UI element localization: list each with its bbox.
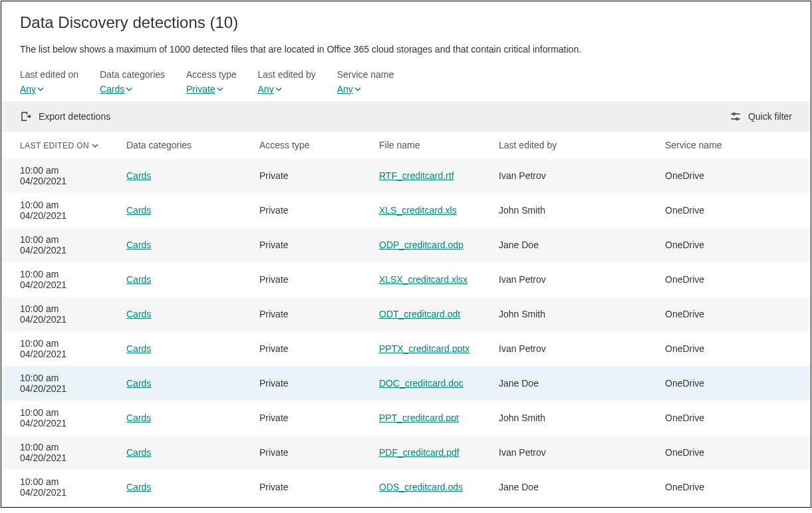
cell-editor: Ivan Petrov [493, 158, 660, 193]
quick-filter-button[interactable]: Quick filter [730, 110, 792, 122]
cell-last-edited: 10:00 am04/20/2021 [1, 435, 121, 470]
col-header-access[interactable]: Access type [254, 132, 374, 158]
filter-1: Data categoriesCards [100, 69, 165, 94]
chevron-down-icon [37, 86, 44, 92]
cell-file: PPT_creditcard.ppt [374, 401, 493, 435]
cell-file: ODP_creditcard.odp [374, 228, 493, 262]
category-link[interactable]: Cards [126, 378, 151, 389]
file-link[interactable]: XLSX_creditcard.xlsx [379, 274, 468, 285]
filter-value-text: Any [258, 84, 274, 94]
category-link[interactable]: Cards [126, 447, 151, 458]
cell-time: 10:00 am [20, 303, 116, 314]
table-row[interactable]: 10:00 am04/20/2021CardsPrivateDOC_credit… [1, 366, 811, 401]
file-link[interactable]: XLS_creditcard.xls [379, 205, 457, 216]
cell-service: OneDrive [660, 401, 811, 435]
cell-date: 04/20/2021 [20, 418, 116, 428]
cell-date: 04/20/2021 [20, 245, 116, 256]
col-header-file[interactable]: File name [374, 132, 493, 158]
chevron-down-icon [92, 142, 98, 149]
cell-editor: Jane Doe [493, 228, 660, 262]
table-row[interactable]: 10:00 am04/20/2021CardsPrivateXLS_credit… [1, 193, 811, 228]
cell-file: XLSX_creditcard.xlsx [374, 262, 493, 297]
category-link[interactable]: Cards [126, 170, 151, 181]
category-link[interactable]: Cards [126, 482, 151, 492]
cell-editor: Ivan Petrov [493, 331, 660, 366]
cell-time: 10:00 am [20, 269, 116, 279]
category-link[interactable]: Cards [126, 343, 151, 354]
cell-file: PPTX_creditcard.pptx [374, 331, 493, 366]
cell-access: Private [254, 366, 374, 401]
filter-label: Service name [337, 69, 394, 80]
cell-service: OneDrive [660, 366, 811, 401]
cell-service: OneDrive [660, 193, 811, 228]
category-link[interactable]: Cards [126, 309, 151, 319]
col-header-editor[interactable]: Last edited by [493, 132, 660, 158]
cell-time: 10:00 am [20, 165, 116, 176]
table-row[interactable]: 10:00 am04/20/2021CardsPrivatePDF_credit… [1, 435, 811, 470]
cell-last-edited: 10:00 am04/20/2021 [1, 297, 121, 331]
cell-category: Cards [121, 401, 254, 435]
cell-editor: Jane Doe [493, 470, 660, 504]
sliders-icon [730, 110, 742, 122]
cell-category: Cards [121, 470, 254, 504]
table-row[interactable]: 10:00 am04/20/2021CardsPrivateXLSX_credi… [1, 262, 811, 297]
table-row[interactable]: 10:00 am04/20/2021CardsPrivateRTF_credit… [1, 158, 811, 193]
filter-dropdown[interactable]: Any [337, 84, 394, 94]
table-row[interactable]: 10:00 am04/20/2021CardsPrivateODS_credit… [1, 470, 811, 504]
file-link[interactable]: RTF_creditcard.rtf [379, 170, 454, 181]
export-detections-button[interactable]: Export detections [20, 110, 110, 122]
file-link[interactable]: ODP_creditcard.odp [379, 240, 464, 250]
filter-dropdown[interactable]: Private [186, 84, 236, 94]
category-link[interactable]: Cards [126, 240, 151, 250]
filter-label: Last edited by [258, 69, 316, 80]
cell-last-edited: 10:00 am04/20/2021 [1, 331, 121, 366]
cell-access: Private [254, 262, 374, 297]
table-row[interactable]: 10:00 am04/20/2021CardsPrivateODT_credit… [1, 297, 811, 331]
chevron-down-icon [275, 86, 282, 92]
cell-last-edited: 10:00 am04/20/2021 [1, 366, 121, 401]
filter-dropdown[interactable]: Any [258, 84, 316, 94]
file-link[interactable]: ODT_creditcard.odt [379, 309, 460, 319]
category-link[interactable]: Cards [126, 205, 151, 216]
col-header-last-edited[interactable]: LAST EDITED ON [1, 132, 121, 158]
filter-2: Access typePrivate [186, 69, 236, 94]
cell-category: Cards [121, 297, 254, 331]
cell-category: Cards [121, 262, 254, 297]
table-row[interactable]: 10:00 am04/20/2021CardsPrivatePPT_credit… [1, 401, 811, 435]
table-row[interactable]: 10:00 am04/20/2021CardsPrivateODP_credit… [1, 228, 811, 262]
cell-date: 04/20/2021 [20, 383, 116, 394]
chevron-down-icon [126, 86, 132, 92]
cell-category: Cards [121, 331, 254, 366]
filter-value-text: Any [337, 84, 353, 94]
col-header-service[interactable]: Service name [660, 132, 811, 158]
file-link[interactable]: DOC_creditcard.doc [379, 378, 464, 389]
cell-file: XLS_creditcard.xls [374, 193, 493, 228]
cell-service: OneDrive [660, 297, 811, 331]
cell-last-edited: 10:00 am04/20/2021 [1, 193, 121, 228]
cell-date: 04/20/2021 [20, 349, 116, 359]
filter-bar: Last edited onAny Data categoriesCards A… [20, 69, 792, 94]
export-icon [20, 110, 32, 122]
cell-editor: John Smith [493, 297, 660, 331]
cell-time: 10:00 am [20, 373, 116, 383]
filter-dropdown[interactable]: Cards [100, 84, 165, 94]
svg-point-3 [736, 118, 738, 120]
cell-time: 10:00 am [20, 234, 116, 245]
category-link[interactable]: Cards [126, 413, 151, 423]
file-link[interactable]: ODS_creditcard.ods [379, 482, 463, 492]
file-link[interactable]: PPTX_creditcard.pptx [379, 343, 470, 354]
cell-date: 04/20/2021 [20, 487, 116, 498]
table-row[interactable]: 10:00 am04/20/2021CardsPrivatePPTX_credi… [1, 331, 811, 366]
file-link[interactable]: PPT_creditcard.ppt [379, 413, 459, 423]
cell-time: 10:00 am [20, 476, 116, 487]
filter-dropdown[interactable]: Any [20, 84, 78, 94]
cell-service: OneDrive [660, 228, 811, 262]
col-header-categories[interactable]: Data categories [121, 132, 254, 158]
file-link[interactable]: PDF_creditcard.pdf [379, 447, 460, 458]
filter-value-text: Cards [100, 84, 124, 94]
filter-0: Last edited onAny [20, 69, 78, 94]
cell-date: 04/20/2021 [20, 452, 116, 463]
category-link[interactable]: Cards [126, 274, 151, 285]
cell-access: Private [254, 401, 374, 435]
cell-access: Private [254, 158, 374, 193]
